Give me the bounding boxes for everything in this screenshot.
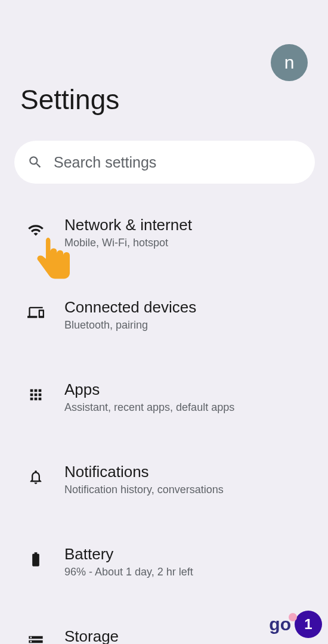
setting-subtitle: Notification history, conversations (64, 484, 311, 496)
wifi-icon (26, 221, 45, 240)
setting-battery[interactable]: Battery 96% - About 1 day, 2 hr left (0, 535, 328, 588)
go-logo: go (269, 614, 291, 634)
step-badge: 1 (295, 611, 322, 638)
tutorial-overlay: go 1 (269, 611, 322, 638)
storage-icon (26, 632, 45, 644)
setting-network-internet[interactable]: Network & internet Mobile, Wi-Fi, hotspo… (0, 206, 328, 259)
search-settings[interactable]: Search settings (14, 141, 315, 184)
setting-title: Apps (64, 380, 311, 399)
setting-connected-devices[interactable]: Connected devices Bluetooth, pairing (0, 289, 328, 341)
setting-apps[interactable]: Apps Assistant, recent apps, default app… (0, 371, 328, 423)
account-avatar[interactable]: n (271, 44, 308, 81)
apps-icon (26, 385, 45, 404)
search-placeholder: Search settings (54, 154, 156, 171)
search-icon (27, 154, 43, 170)
bell-icon (26, 467, 45, 487)
setting-subtitle: Mobile, Wi-Fi, hotspot (64, 237, 311, 249)
setting-subtitle: 96% - About 1 day, 2 hr left (64, 566, 311, 578)
devices-icon (26, 303, 45, 322)
setting-title: Battery (64, 545, 311, 564)
setting-title: Notifications (64, 463, 311, 481)
setting-subtitle: Bluetooth, pairing (64, 319, 311, 332)
battery-icon (26, 550, 45, 569)
setting-subtitle: Assistant, recent apps, default apps (64, 401, 311, 414)
setting-title: Network & internet (64, 216, 311, 234)
settings-list: Network & internet Mobile, Wi-Fi, hotspo… (0, 206, 328, 644)
page-title: Settings (20, 83, 119, 116)
setting-notifications[interactable]: Notifications Notification history, conv… (0, 453, 328, 506)
setting-title: Connected devices (64, 298, 311, 317)
